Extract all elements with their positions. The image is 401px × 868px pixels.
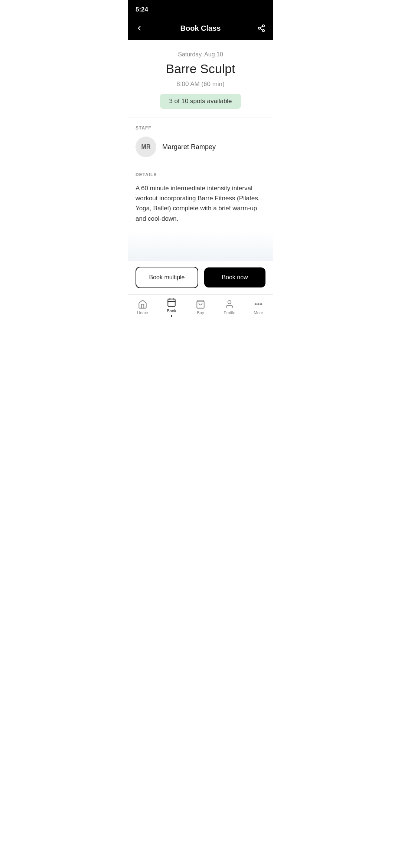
- svg-rect-5: [168, 299, 175, 307]
- nav-item-more[interactable]: More: [247, 299, 270, 315]
- nav-home-label: Home: [137, 310, 148, 315]
- class-name: Barre Sculpt: [136, 62, 265, 76]
- top-navigation: Book Class: [128, 18, 273, 40]
- svg-point-13: [261, 304, 262, 305]
- back-arrow-icon: [136, 24, 143, 32]
- staff-avatar: MR: [136, 137, 156, 157]
- more-icon: [254, 299, 263, 309]
- action-buttons-container: Book multiple Book now: [128, 261, 273, 294]
- staff-row: MR Margaret Rampey: [136, 137, 265, 157]
- book-icon: [167, 297, 176, 307]
- details-section-title: DETAILS: [136, 172, 265, 177]
- buy-icon: [196, 299, 205, 309]
- details-description: A 60 minute intermediate intensity inter…: [136, 183, 265, 224]
- nav-buy-label: Buy: [197, 310, 204, 315]
- book-now-button[interactable]: Book now: [204, 267, 265, 287]
- status-bar: 5:24: [128, 0, 273, 18]
- class-date: Saturday, Aug 10: [136, 51, 265, 58]
- svg-line-4: [260, 26, 263, 28]
- svg-point-12: [258, 304, 259, 305]
- nav-item-home[interactable]: Home: [131, 299, 154, 315]
- class-info-section: Saturday, Aug 10 Barre Sculpt 8:00 AM (6…: [128, 40, 273, 118]
- nav-more-label: More: [254, 310, 263, 315]
- staff-section-title: STAFF: [136, 125, 265, 131]
- profile-icon: [225, 299, 234, 309]
- bottom-gradient: [128, 231, 273, 261]
- nav-item-profile[interactable]: Profile: [218, 299, 241, 315]
- page-title: Book Class: [180, 24, 221, 33]
- share-icon: [257, 24, 265, 32]
- staff-initials: MR: [141, 144, 151, 150]
- svg-point-10: [228, 301, 231, 304]
- class-time: 8:00 AM (60 min): [136, 80, 265, 88]
- nav-book-label: Book: [167, 309, 176, 313]
- svg-point-11: [255, 304, 256, 305]
- bottom-navigation: Home Book Buy Profile: [128, 294, 273, 324]
- spots-available-badge: 3 of 10 spots available: [160, 94, 241, 109]
- staff-section: STAFF MR Margaret Rampey: [128, 118, 273, 165]
- back-button[interactable]: [136, 24, 143, 32]
- nav-item-book[interactable]: Book: [160, 297, 183, 317]
- nav-item-buy[interactable]: Buy: [189, 299, 212, 315]
- staff-name: Margaret Rampey: [162, 143, 216, 151]
- status-time: 5:24: [136, 6, 148, 13]
- nav-active-indicator: [171, 315, 172, 317]
- book-multiple-button[interactable]: Book multiple: [136, 267, 198, 288]
- home-icon: [138, 299, 147, 309]
- share-button[interactable]: [257, 24, 265, 32]
- svg-line-3: [260, 29, 263, 30]
- nav-profile-label: Profile: [224, 310, 235, 315]
- details-section: DETAILS A 60 minute intermediate intensi…: [128, 165, 273, 231]
